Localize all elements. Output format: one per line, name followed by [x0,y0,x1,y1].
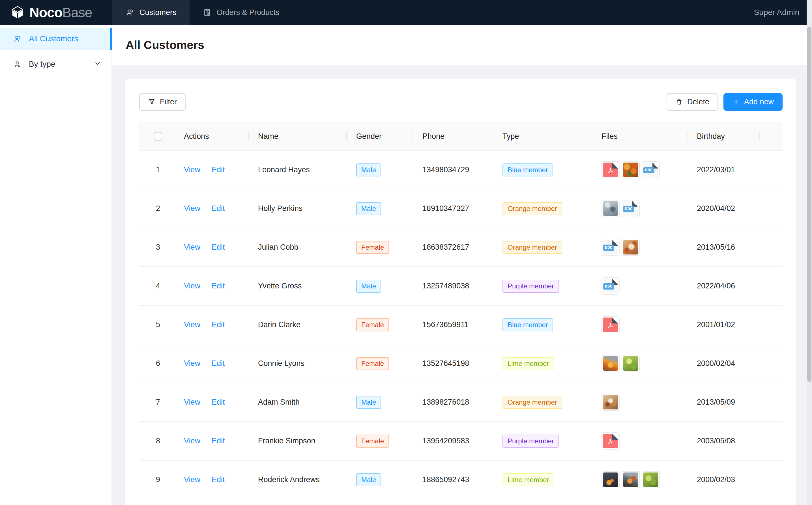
page-scrollbar[interactable] [807,0,812,505]
tab-orders-products[interactable]: Orders & Products [189,0,292,25]
doc-file-icon[interactable]: DOC [601,239,620,256]
table-row[interactable]: 2 ViewEdit Holly Perkins Male 1891034732… [139,189,783,228]
image-thumbnail[interactable] [642,471,660,488]
delete-button[interactable]: Delete [667,93,718,111]
pdf-file-icon[interactable] [601,316,620,333]
image-thumbnail[interactable] [601,471,620,488]
column-header-gender[interactable]: Gender [347,122,413,150]
phone-cell: 13257489038 [413,267,493,305]
doc-label: DOC [603,244,614,251]
birthday-value: 2020/04/02 [697,204,735,213]
sidebar-item-all-customers[interactable]: All Customers [0,28,112,50]
birthday-cell: 2020/04/02 [687,189,760,228]
doc-file-icon[interactable]: DOC [622,200,640,217]
edit-link[interactable]: Edit [212,398,225,406]
birthday-value: 2022/03/01 [697,165,735,174]
phone-cell: 13954209583 [413,422,493,460]
extra-cell [760,267,783,305]
table-row[interactable]: 4 ViewEdit Yvette Gross Male 13257489038… [139,267,783,305]
gender-tag: Male [356,473,381,486]
image-thumbnail[interactable] [622,471,640,488]
user-menu[interactable]: Super Admin [754,8,812,17]
customer-name: Connie Lyons [258,359,304,368]
table-row[interactable]: 9 ViewEdit Roderick Andrews Male 1886509… [139,460,783,499]
logo[interactable]: NocoBase [0,0,112,25]
image-thumbnail[interactable] [601,200,620,217]
filter-button[interactable]: Filter [139,93,185,111]
table-row[interactable]: 5 ViewEdit Darin Clarke Female 156736599… [139,305,783,344]
gender-cell: Male [347,150,413,189]
image-thumbnail[interactable] [601,393,620,411]
column-header-phone[interactable]: Phone [413,122,493,150]
add-new-button-label: Add new [744,98,774,106]
action-divider [206,282,206,290]
table-row[interactable]: 7 ViewEdit Adam Smith Male 13898276018 O… [139,383,783,422]
customer-name: Holly Perkins [258,204,303,213]
phone-value: 13527645198 [422,359,469,368]
actions-cell: ViewEdit [177,267,249,305]
image-thumbnail[interactable] [622,161,640,178]
edit-link[interactable]: Edit [212,437,225,445]
view-link[interactable]: View [184,437,200,445]
phone-value: 18865092743 [422,475,469,484]
tab-label: Customers [139,8,176,17]
filter-button-label: Filter [160,98,177,106]
edit-link[interactable]: Edit [212,204,225,213]
name-cell: Darin Clarke [249,305,347,344]
type-cell: Blue member [493,150,592,189]
extra-cell [760,383,783,422]
chevron-down-icon[interactable] [94,60,101,69]
row-index: 9 [156,475,160,484]
edit-link[interactable]: Edit [212,359,225,368]
add-new-button[interactable]: Add new [723,93,783,111]
files-list [601,393,685,411]
type-tag: Purple member [503,435,559,448]
table-row[interactable]: 6 ViewEdit Connie Lyons Female 135276451… [139,344,783,383]
edit-link[interactable]: Edit [212,320,225,329]
table-row[interactable]: 8 ViewEdit Frankie Simpson Female 139542… [139,422,783,460]
actions-cell: ViewEdit [177,460,249,499]
column-header-actions[interactable]: Actions [177,122,249,150]
actions-cell: ViewEdit [177,228,249,267]
doc-file-icon[interactable]: DOC [642,161,660,178]
files-cell: DOC [592,189,687,228]
view-link[interactable]: View [184,320,200,329]
pdf-file-icon[interactable] [601,432,620,450]
edit-link[interactable]: Edit [212,475,225,484]
image-thumbnail[interactable] [622,239,640,256]
tab-customers[interactable]: Customers [112,0,189,25]
files-cell: DOC [592,150,687,189]
row-index-cell: 9 [139,460,177,499]
gender-cell: Male [347,267,413,305]
view-link[interactable]: View [184,165,200,174]
sidebar-item-by-type[interactable]: By type [0,53,112,75]
view-link[interactable]: View [184,282,200,290]
scrollbar-thumb[interactable] [807,27,811,382]
column-header-name[interactable]: Name [249,122,347,150]
pdf-file-icon[interactable] [601,161,620,178]
column-header-birthday[interactable]: Birthday [687,122,760,150]
image-thumbnail[interactable] [622,355,640,372]
edit-link[interactable]: Edit [212,282,225,290]
folded-corner [612,163,618,169]
view-link[interactable]: View [184,398,200,406]
table-row[interactable]: 3 ViewEdit Julian Cobb Female 1863837261… [139,228,783,267]
files-list [601,471,685,488]
column-header-type[interactable]: Type [493,122,592,150]
view-link[interactable]: View [184,204,200,213]
edit-link[interactable]: Edit [212,165,225,174]
sidebar-item-label: By type [29,60,55,69]
view-link[interactable]: View [184,359,200,368]
view-link[interactable]: View [184,243,200,251]
action-divider [206,437,206,445]
table-row[interactable]: 1 ViewEdit Leonard Hayes Male 1349803472… [139,150,783,189]
column-header-files[interactable]: Files [592,122,687,150]
image-thumbnail[interactable] [601,355,620,372]
actions-cell: ViewEdit [177,189,249,228]
view-link[interactable]: View [184,475,200,484]
type-cell: Lime member [493,460,592,499]
edit-link[interactable]: Edit [212,243,225,251]
doc-file-icon[interactable]: DOC [601,277,620,295]
toolbar-right: Delete Add new [667,93,783,111]
select-all-checkbox[interactable] [154,132,162,141]
